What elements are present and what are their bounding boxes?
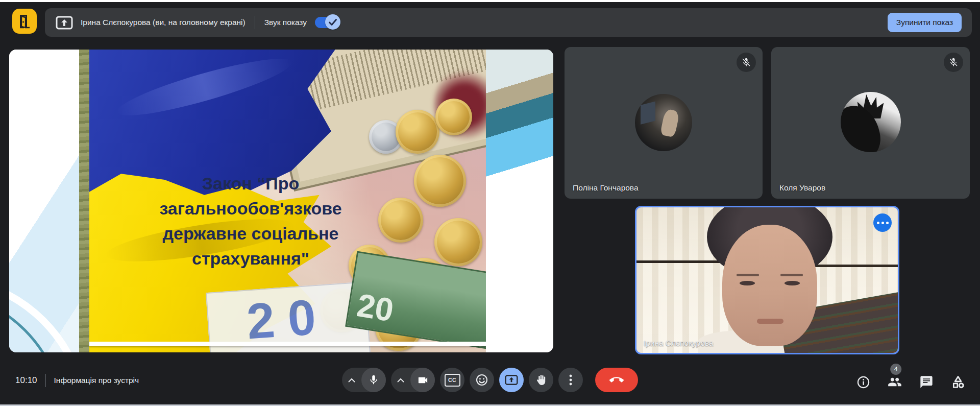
meeting-info-label[interactable]: Інформація про зустріч — [54, 376, 139, 385]
present-to-all-icon — [55, 15, 74, 30]
people-panel-button[interactable]: 4 — [887, 371, 902, 389]
presenting-banner-text: Ірина Слєпокурова (ви, на головному екра… — [81, 18, 246, 27]
stop-presenting-button[interactable]: Зупинити показ — [888, 13, 962, 32]
meeting-panels: 4 — [855, 371, 966, 389]
camera-options-chevron[interactable] — [391, 368, 410, 392]
door-icon — [18, 14, 32, 29]
bottom-left-info: 10:10 Інформація про зустріч — [15, 374, 139, 387]
captions-button[interactable]: CC — [440, 368, 464, 392]
coin — [435, 99, 472, 135]
slide-right-margin — [486, 50, 553, 352]
share-sound-label: Звук показу — [264, 18, 307, 27]
self-name: Ірина Слєпокурова — [644, 339, 714, 348]
meeting-details-button[interactable] — [855, 371, 871, 389]
present-icon — [505, 374, 518, 386]
dot — [877, 222, 879, 224]
call-controls: CC — [342, 368, 638, 392]
person-face — [722, 225, 817, 346]
mic-control-group — [342, 368, 386, 392]
captions-icon: CC — [445, 374, 460, 387]
face-detail — [737, 274, 759, 276]
smiley-icon — [475, 373, 488, 387]
face-detail — [757, 319, 783, 324]
coin — [414, 155, 466, 207]
coin — [434, 218, 482, 266]
avatar — [841, 92, 901, 152]
meet-call-screen: Ірина Слєпокурова (ви, на головному екра… — [0, 0, 980, 406]
mic-button[interactable] — [361, 368, 386, 392]
mic-off-icon — [737, 53, 756, 72]
presenting-banner-bar: Ірина Слєпокурова (ви, на головному екра… — [45, 8, 972, 37]
shared-screen-tile[interactable]: 20 20 Закон “Про загальнообов'язкове дер… — [9, 50, 553, 352]
avatar-detail — [641, 101, 655, 124]
mic-off-icon — [944, 53, 963, 72]
dot — [886, 222, 889, 224]
home-button[interactable] — [12, 9, 37, 34]
toggle-thumb-check-icon — [325, 14, 340, 30]
chat-panel-button[interactable] — [919, 371, 934, 389]
slide-title-line: загальнообов'язкове — [108, 196, 394, 221]
participant-name: Поліна Гончарова — [573, 183, 639, 193]
share-sound-toggle[interactable] — [315, 16, 338, 29]
avatar — [635, 94, 692, 151]
dot — [881, 222, 884, 224]
mic-options-chevron[interactable] — [342, 368, 361, 392]
face-detail — [780, 274, 803, 276]
end-call-button[interactable] — [595, 368, 638, 392]
slide-title-line: Закон “Про — [108, 171, 394, 196]
activities-button[interactable] — [950, 371, 966, 389]
slide-title-line: державне соціальне — [108, 221, 394, 246]
topbar-divider — [255, 16, 255, 29]
slide-photo-money-flag: 20 20 Закон “Про загальнообов'язкове дер… — [89, 50, 486, 352]
camera-button[interactable] — [410, 368, 435, 392]
participants-count-badge: 4 — [890, 364, 901, 375]
slide-left-margin — [9, 50, 79, 352]
camera-icon — [417, 374, 429, 386]
clock: 10:10 — [15, 375, 37, 386]
participant-tile-kolya[interactable]: Коля Уваров — [771, 47, 970, 199]
camera-control-group — [391, 368, 435, 392]
present-button-active[interactable] — [499, 368, 524, 392]
face-detail — [740, 281, 755, 285]
tile-options-button[interactable] — [873, 213, 892, 232]
mic-icon — [368, 374, 379, 386]
flag-fold-highlight — [113, 50, 296, 126]
bottom-divider — [45, 374, 46, 387]
browser-edge-strip — [0, 0, 980, 2]
self-view-tile[interactable]: Ірина Слєпокурова — [635, 206, 899, 354]
participant-tile-polina[interactable]: Поліна Гончарова — [565, 47, 763, 199]
avatar-detail — [660, 109, 680, 137]
banknote-number: 20 — [354, 286, 396, 329]
call-end-icon — [609, 373, 624, 387]
slide-olive-border — [79, 50, 89, 352]
hand-icon — [535, 374, 547, 386]
raise-hand-button[interactable] — [529, 368, 553, 392]
coin — [396, 110, 439, 154]
more-options-button[interactable] — [558, 368, 583, 392]
participant-name: Коля Уваров — [779, 183, 825, 193]
slide-title-line: страхування" — [108, 246, 394, 271]
more-vertical-icon — [569, 374, 572, 386]
swoosh-bands — [486, 50, 553, 247]
slide-title: Закон “Про загальнообов'язкове державне … — [108, 171, 394, 271]
reactions-button[interactable] — [470, 368, 494, 392]
slide-bottom-rule — [89, 342, 486, 346]
face-detail — [785, 281, 800, 285]
